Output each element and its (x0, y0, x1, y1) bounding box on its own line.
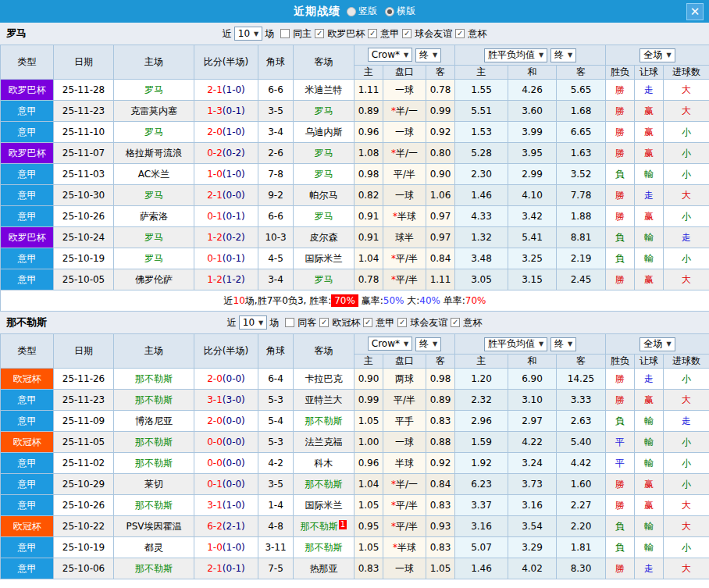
fulltime-dropdown[interactable]: 全场▼ (640, 337, 675, 351)
handicap-result-cell: 輸 (635, 227, 664, 248)
corner-cell: 4-8 (258, 516, 294, 537)
summary-row: 近10场,胜7平0负3, 胜率:70% 赢率:50% 大:40% 单率:70% (1, 290, 709, 312)
league-checkbox-2[interactable]: ✓ (402, 29, 412, 38)
mean-away-cell: 1.60 (557, 474, 606, 495)
league-checkbox-2[interactable]: ✓ (397, 318, 407, 327)
handicap-cell: *半球 (383, 537, 426, 558)
same-venue-checkbox[interactable] (285, 318, 294, 327)
home-team-cell: 格拉斯哥流浪 (114, 143, 194, 164)
goals-result-cell: 大 (664, 101, 709, 122)
league-checkbox-1[interactable]: ✓ (368, 29, 377, 38)
recent-results-window: 近期战绩 竖版横版 ✕ 罗马近10▼场同主✓欧罗巴杯✓意甲✓球会友谊✓意杯类型日… (0, 0, 709, 588)
mean-stage-dropdown-label: 终 (554, 337, 564, 351)
match-row: 意甲25-10-19都灵1-0(1-0)3-11那不勒斯1.05*半球0.835… (1, 537, 709, 558)
handicap-result-cell: 輸 (635, 411, 664, 432)
corner-cell: 2-6 (258, 143, 294, 164)
goals-result-cell: 小 (664, 432, 709, 453)
goals-result-cell: 小 (664, 122, 709, 143)
handicap-result-cell: 赢 (635, 390, 664, 411)
home-odds-cell: 0.96 (354, 453, 383, 474)
mean-stage-dropdown-label: 终 (554, 48, 564, 62)
corner-cell: 5-3 (258, 432, 294, 453)
chevron-down-icon: ▼ (258, 319, 263, 326)
mean-away-cell: 3.33 (557, 390, 606, 411)
score-cell: 0-2(0-2) (194, 143, 258, 164)
summary-part: 大: (404, 295, 419, 306)
home-team-cell: 那不勒斯 (114, 390, 194, 411)
date-cell: 25-10-24 (54, 227, 114, 248)
mean-dropdown[interactable]: 胜平负均值▼ (484, 337, 547, 351)
score-cell: 0-1(0-1) (194, 248, 258, 269)
bookmaker-dropdown[interactable]: Crow*▼ (368, 48, 412, 62)
home-team-cell: 那不勒斯 (114, 369, 194, 390)
corner-cell: 5-3 (258, 390, 294, 411)
mean-stage-dropdown[interactable]: 终▼ (550, 48, 576, 62)
mean-home-cell: 1.92 (455, 453, 508, 474)
odds-dropdowns-cell: Crow*▼ 终▼ (354, 45, 455, 66)
league-type-cell: 意甲 (1, 185, 54, 206)
radio-icon[interactable] (347, 7, 356, 16)
corner-cell: 9-2 (258, 185, 294, 206)
league-label-0: 欧罗巴杯 (327, 27, 365, 41)
layout-radio-0[interactable]: 竖版 (347, 5, 377, 18)
home-team-cell: 博洛尼亚 (114, 411, 194, 432)
away-team-cell: 乌迪内斯 (294, 122, 354, 143)
layout-radio-1[interactable]: 横版 (385, 5, 415, 18)
mean-dropdown[interactable]: 胜平负均值▼ (484, 48, 547, 62)
league-type-cell: 意甲 (1, 206, 54, 227)
mean-away-cell: 1.81 (557, 537, 606, 558)
mean-away-cell: 2.27 (557, 495, 606, 516)
summary-part: 70% (465, 295, 486, 306)
home-team-cell: 那不勒斯 (114, 558, 194, 579)
away-odds-cell: 0.92 (426, 453, 455, 474)
league-checkbox-3[interactable]: ✓ (455, 29, 465, 38)
match-count-dropdown[interactable]: 10▼ (234, 27, 262, 41)
mean-away-cell: 5.65 (557, 80, 606, 101)
chevron-down-icon: ▼ (404, 340, 408, 347)
odds-stage-dropdown-label: 终 (419, 337, 429, 351)
league-checkbox-0[interactable]: ✓ (319, 318, 329, 327)
away-odds-cell: 0.99 (426, 101, 455, 122)
match-row: 意甲25-11-02那不勒斯0-0(0-0)4-2科木0.96半球0.921.9… (1, 453, 709, 474)
goals-result-cell: 大 (664, 80, 709, 101)
mean-draw-cell: 3.60 (508, 101, 557, 122)
col-header: 日期 (54, 334, 114, 369)
unit-label: 场 (269, 316, 279, 330)
match-row: 欧罗巴杯25-10-24罗马1-2(0-2)10-3皮尔森0.91球半0.971… (1, 227, 709, 248)
fulltime-dropdown-cell: 全场▼ (606, 334, 709, 355)
mean-home-cell: 6.23 (455, 474, 508, 495)
radio-icon[interactable] (385, 7, 394, 16)
score-cell: 1-0(1-0) (194, 537, 258, 558)
league-checkbox-3[interactable]: ✓ (451, 318, 460, 327)
close-icon[interactable]: ✕ (686, 3, 704, 20)
odds-stage-dropdown[interactable]: 终▼ (415, 337, 441, 351)
league-checkbox-1[interactable]: ✓ (363, 318, 372, 327)
mean-stage-dropdown[interactable]: 终▼ (550, 337, 576, 351)
corner-cell: 3-4 (258, 122, 294, 143)
mean-draw-cell: 3.15 (508, 269, 557, 290)
odds-stage-dropdown[interactable]: 终▼ (415, 48, 441, 62)
result-cell: 勝 (606, 206, 635, 227)
league-label-1: 意甲 (380, 27, 399, 41)
home-odds-cell: 1.00 (354, 432, 383, 453)
bookmaker-dropdown[interactable]: Crow*▼ (368, 337, 412, 351)
handicap-result-cell: 走 (635, 185, 664, 206)
score-cell: 3-1(1-0) (194, 495, 258, 516)
goals-result-cell: 小 (664, 143, 709, 164)
league-checkbox-0[interactable]: ✓ (315, 29, 324, 38)
home-team-cell: AC米兰 (114, 164, 194, 185)
match-count-dropdown[interactable]: 10▼ (239, 315, 267, 330)
fulltime-dropdown[interactable]: 全场▼ (640, 48, 675, 62)
mean-away-cell: 1.68 (557, 101, 606, 122)
score-cell: 3-1(3-0) (194, 390, 258, 411)
away-odds-cell: 1.11 (426, 269, 455, 290)
corner-cell: 3-5 (258, 474, 294, 495)
goals-result-cell: 小 (664, 453, 709, 474)
result-cell: 負 (606, 164, 635, 185)
mean-draw-cell: 3.73 (508, 474, 557, 495)
col-header: 类型 (1, 45, 54, 80)
same-venue-checkbox[interactable] (280, 29, 290, 38)
match-row: 欧冠杯25-11-26那不勒斯2-0(0-0)6-4卡拉巴克0.90两球0.98… (1, 369, 709, 390)
result-cell: 負 (606, 411, 635, 432)
date-cell: 25-10-06 (54, 558, 114, 579)
